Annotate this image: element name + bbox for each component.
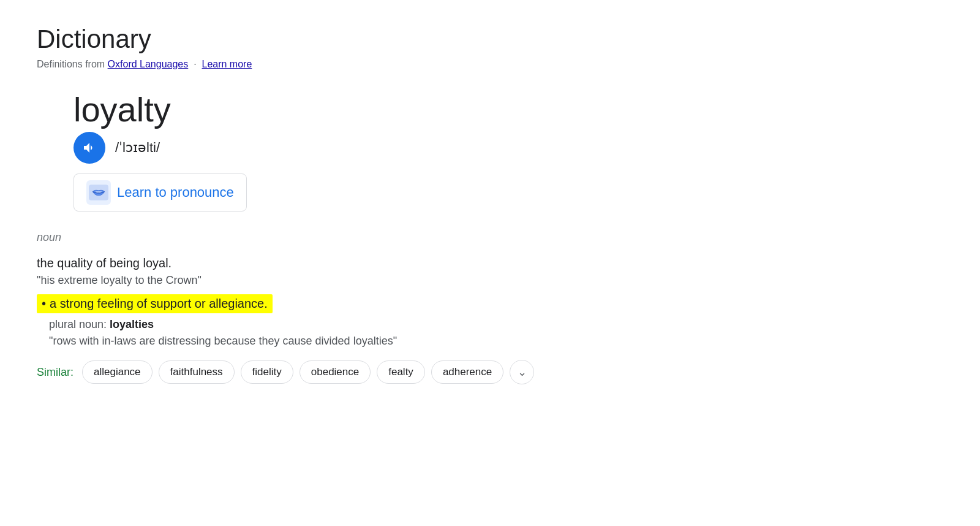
bullet: • [42, 297, 46, 311]
similar-label: Similar: [37, 366, 74, 379]
similar-tag-fealty[interactable]: fealty [377, 360, 425, 384]
definition-2: • a strong feeling of support or allegia… [37, 294, 943, 348]
word-heading: loyalty [74, 90, 943, 129]
oxford-languages-link[interactable]: Oxford Languages [108, 59, 189, 69]
expand-similar-button[interactable]: ⌄ [510, 360, 534, 384]
part-of-speech: noun [37, 231, 943, 244]
definition-2-highlighted: • a strong feeling of support or allegia… [37, 294, 273, 313]
word-section: loyalty /ˈlɔɪəlti/ Learn to pronounce [74, 90, 943, 212]
phonetic-text: /ˈlɔɪəlti/ [115, 140, 160, 156]
similar-row: Similar: allegiance faithfulness fidelit… [37, 360, 943, 384]
definition-2-text: a strong feeling of support or allegianc… [50, 297, 268, 311]
learn-to-pronounce-button[interactable]: Learn to pronounce [74, 173, 247, 212]
learn-more-link[interactable]: Learn more [202, 59, 252, 69]
page-title: Dictionary [37, 25, 943, 54]
similar-tag-adherence[interactable]: adherence [431, 360, 503, 384]
pronunciation-row: /ˈlɔɪəlti/ [74, 132, 943, 164]
source-line: Definitions from Oxford Languages · Lear… [37, 59, 943, 70]
lips-icon [89, 184, 108, 201]
lips-icon-container [86, 180, 111, 205]
similar-tag-fidelity[interactable]: fidelity [241, 360, 293, 384]
plural-note: plural noun: loyalties [49, 318, 943, 331]
similar-tag-faithfulness[interactable]: faithfulness [159, 360, 235, 384]
audio-button[interactable] [74, 132, 105, 164]
definition-1-text: the quality of being loyal. [37, 256, 943, 270]
definition-1: the quality of being loyal. "his extreme… [37, 256, 943, 287]
speaker-icon [82, 140, 97, 155]
definition-2-example: "rows with in-laws are distressing becau… [49, 335, 943, 348]
definition-1-example: "his extreme loyalty to the Crown" [37, 274, 943, 287]
source-prefix: Definitions from [37, 59, 105, 69]
chevron-down-icon: ⌄ [518, 365, 527, 379]
pronounce-label: Learn to pronounce [117, 185, 234, 200]
plural-word: loyalties [110, 318, 154, 330]
similar-tag-obedience[interactable]: obedience [300, 360, 371, 384]
definition-section: noun the quality of being loyal. "his ex… [37, 231, 943, 384]
similar-tag-allegiance[interactable]: allegiance [82, 360, 153, 384]
